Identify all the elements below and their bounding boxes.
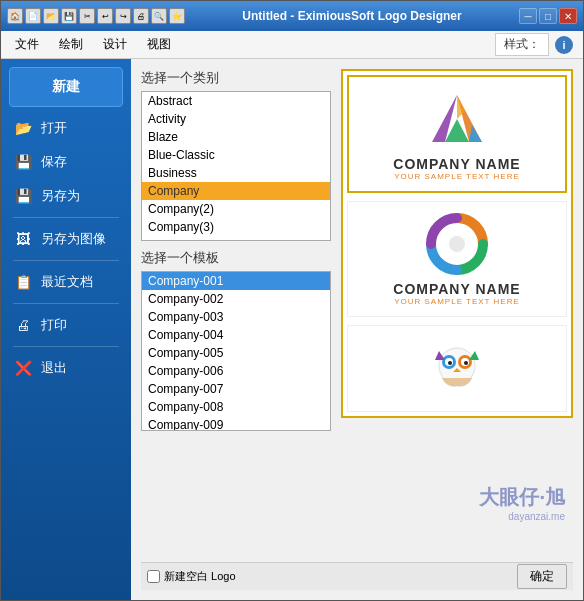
category-item[interactable]: Activity [142,110,330,128]
save-icon: 💾 [13,153,33,171]
minimize-button[interactable]: ─ [519,8,537,24]
content-area: 选择一个类别 AbstractActivityBlazeBlue-Classic… [131,59,583,600]
title-bar-icons: 🏠 📄 📂 💾 ✂ ↩ ↪ 🖨 🔍 ⭐ [7,8,185,24]
category-item[interactable]: Company [142,182,330,200]
menu-right: 样式： i [495,33,579,56]
main-window: 🏠 📄 📂 💾 ✂ ↩ ↪ 🖨 🔍 ⭐ Untitled - EximiousS… [0,0,584,601]
status-bar: 新建空白 Logo 确定 [141,562,573,590]
company-name-2: COMPANY NAME [393,281,520,297]
app-icon-6[interactable]: ↩ [97,8,113,24]
app-icon-5[interactable]: ✂ [79,8,95,24]
category-item[interactable]: Blaze [142,128,330,146]
app-icon-4[interactable]: 💾 [61,8,77,24]
menu-file[interactable]: 文件 [5,32,49,57]
watermark-line2: dayanzai.me [479,511,565,522]
maximize-button[interactable]: □ [539,8,557,24]
company-sub-2: YOUR SAMPLE TEXT HERE [394,297,520,306]
close-button[interactable]: ✕ [559,8,577,24]
style-label: 样式： [495,33,549,56]
saveasimage-icon: 🖼 [13,230,33,248]
left-panels: 选择一个类别 AbstractActivityBlazeBlue-Classic… [141,69,331,562]
company-name-1: COMPANY NAME [393,156,520,172]
app-icon-1[interactable]: 🏠 [7,8,23,24]
saveas-icon: 💾 [13,187,33,205]
logo-svg-1 [417,87,497,152]
blank-logo-label: 新建空白 Logo [164,569,236,584]
exit-icon: ❌ [13,359,33,377]
blank-logo-check[interactable] [147,570,160,583]
sidebar-divider-1 [13,217,119,218]
sidebar-print-label: 打印 [41,316,67,334]
sidebar-divider-2 [13,260,119,261]
sidebar-item-print[interactable]: 🖨 打印 [1,308,131,342]
app-icon-2[interactable]: 📄 [25,8,41,24]
preview-item-3[interactable] [347,325,567,412]
sidebar-item-exit[interactable]: ❌ 退出 [1,351,131,385]
preview-item-1[interactable]: COMPANY NAME YOUR SAMPLE TEXT HERE [347,75,567,193]
app-icon-9[interactable]: 🔍 [151,8,167,24]
sidebar-item-save[interactable]: 💾 保存 [1,145,131,179]
template-item[interactable]: Company-008 [142,398,330,416]
template-item[interactable]: Company-006 [142,362,330,380]
info-icon[interactable]: i [555,36,573,54]
template-section: 选择一个模板 Company-001Company-002Company-003… [141,249,331,431]
sidebar-divider-3 [13,303,119,304]
sidebar-saveasimage-label: 另存为图像 [41,230,106,248]
template-item[interactable]: Company-004 [142,326,330,344]
app-icon-8[interactable]: 🖨 [133,8,149,24]
template-item[interactable]: Company-002 [142,290,330,308]
sidebar-item-open[interactable]: 📂 打开 [1,111,131,145]
main-content: 新建 📂 打开 💾 保存 💾 另存为 🖼 另存为图像 📋 最近文档 [1,59,583,600]
watermark: 大眼仔·旭 dayanzai.me [479,484,565,522]
preview-panel[interactable]: COMPANY NAME YOUR SAMPLE TEXT HERE [341,69,573,418]
svg-point-3 [449,236,465,252]
logo-svg-2 [417,212,497,277]
menu-draw[interactable]: 绘制 [49,32,93,57]
template-item[interactable]: Company-001 [142,272,330,290]
preview-wrapper: COMPANY NAME YOUR SAMPLE TEXT HERE [341,69,573,562]
sidebar-saveas-label: 另存为 [41,187,80,205]
category-section: 选择一个类别 AbstractActivityBlazeBlue-Classic… [141,69,331,241]
template-item[interactable]: Company-007 [142,380,330,398]
category-item[interactable]: Abstract [142,92,330,110]
category-item[interactable]: Business [142,164,330,182]
title-bar: 🏠 📄 📂 💾 ✂ ↩ ↪ 🖨 🔍 ⭐ Untitled - EximiousS… [1,1,583,31]
template-listbox[interactable]: Company-001Company-002Company-003Company… [141,271,331,431]
menu-bar: 文件 绘制 设计 视图 样式： i [1,31,583,59]
sidebar-save-label: 保存 [41,153,67,171]
template-item[interactable]: Company-003 [142,308,330,326]
template-item[interactable]: Company-005 [142,344,330,362]
sidebar-item-saveas[interactable]: 💾 另存为 [1,179,131,213]
app-icon-10[interactable]: ⭐ [169,8,185,24]
sidebar-recent-label: 最近文档 [41,273,93,291]
sidebar-item-recent[interactable]: 📋 最近文档 [1,265,131,299]
confirm-button[interactable]: 确定 [517,564,567,589]
sidebar-item-saveasimage[interactable]: 🖼 另存为图像 [1,222,131,256]
sidebar-exit-label: 退出 [41,359,67,377]
app-icon-7[interactable]: ↪ [115,8,131,24]
category-item[interactable]: Blue-Classic [142,146,330,164]
menu-design[interactable]: 设计 [93,32,137,57]
new-button[interactable]: 新建 [9,67,123,107]
category-listbox[interactable]: AbstractActivityBlazeBlue-ClassicBusines… [141,91,331,241]
open-icon: 📂 [13,119,33,137]
category-item[interactable]: Company(3) [142,218,330,236]
app-icon-3[interactable]: 📂 [43,8,59,24]
window-title: Untitled - EximiousSoft Logo Designer [189,9,515,23]
sidebar-divider-4 [13,346,119,347]
sidebar: 新建 📂 打开 💾 保存 💾 另存为 🖼 另存为图像 📋 最近文档 [1,59,131,600]
new-blank-logo-checkbox[interactable]: 新建空白 Logo [147,569,236,584]
template-item[interactable]: Company-009 [142,416,330,431]
preview-item-2[interactable]: COMPANY NAME YOUR SAMPLE TEXT HERE [347,201,567,317]
category-label: 选择一个类别 [141,69,331,87]
category-item[interactable]: Company(2) [142,200,330,218]
top-section: 选择一个类别 AbstractActivityBlazeBlue-Classic… [141,69,573,562]
watermark-line1: 大眼仔·旭 [479,484,565,511]
menu-view[interactable]: 视图 [137,32,181,57]
company-sub-1: YOUR SAMPLE TEXT HERE [394,172,520,181]
recent-icon: 📋 [13,273,33,291]
logo-svg-3 [417,336,497,401]
svg-point-9 [448,361,452,365]
category-item[interactable]: Company(4) [142,236,330,241]
print-icon: 🖨 [13,316,33,334]
